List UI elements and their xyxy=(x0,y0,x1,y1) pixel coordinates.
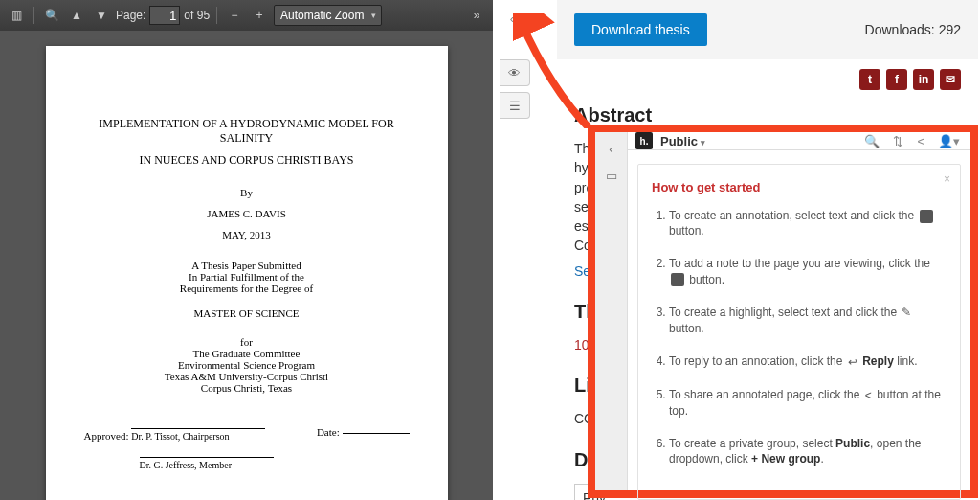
doc-c3: Texas A&M University-Corpus Christi xyxy=(84,371,410,382)
side-note-icon[interactable]: ☰ xyxy=(500,92,530,119)
hyp-sidebar: ‹ ▭ xyxy=(595,132,628,490)
find-icon[interactable]: 🔍 xyxy=(41,5,62,26)
chevron-left-icon[interactable]: ‹ xyxy=(510,11,514,31)
zoom-in-icon[interactable]: + xyxy=(249,5,270,26)
step-5: To share an annotated page, click the < … xyxy=(669,387,947,419)
pdf-page-area[interactable]: IMPLEMENTATION OF A HYDRODYNAMIC MODEL F… xyxy=(0,31,493,500)
hypothesis-logo-icon[interactable]: h. xyxy=(635,132,653,149)
sidebar-toggle-icon[interactable]: ▥ xyxy=(6,5,27,26)
sig-1: Dr. P. Tissot, Chairperson xyxy=(131,428,265,442)
reply-icon: ↩ xyxy=(848,354,858,370)
pdf-viewer: ▥ 🔍 ▲ ▼ Page: of 95 − + Automatic Zoom »… xyxy=(0,0,493,500)
doc-date: MAY, 2013 xyxy=(84,229,410,240)
doc-c4: Corpus Christi, Texas xyxy=(84,382,410,394)
hypothesis-panel: ‹ ▭ h. Public 🔍 ⇅ < 👤▾ × How to get star… xyxy=(588,125,978,498)
approved-label: Approved: xyxy=(84,430,129,442)
chevron-right-icon[interactable]: › xyxy=(518,11,522,31)
share-icons: t f in ✉ xyxy=(557,59,978,96)
date-line xyxy=(343,433,410,436)
share-icon[interactable]: < xyxy=(914,134,927,148)
twitter-icon[interactable]: t xyxy=(859,69,880,90)
search-icon[interactable]: 🔍 xyxy=(861,134,882,148)
highlight-icon: ✎ xyxy=(902,305,911,320)
doc-sub1: A Thesis Paper Submitted xyxy=(84,260,410,271)
step-2: To add a note to the page you are viewin… xyxy=(669,256,947,286)
get-started-card: × How to get started To create an annota… xyxy=(637,164,961,500)
page-number-input[interactable] xyxy=(149,6,180,25)
sig-2: Dr. G. Jeffress, Member xyxy=(140,457,274,470)
page-total: of 95 xyxy=(184,9,210,22)
page-label: Page: xyxy=(116,9,145,22)
doc-sub2: In Partial Fulfillment of the xyxy=(84,271,410,283)
doc-title-1: IMPLEMENTATION OF A HYDRODYNAMIC MODEL F… xyxy=(84,117,410,146)
facebook-icon[interactable]: f xyxy=(886,69,907,90)
date-label: Date: xyxy=(317,426,340,438)
doc-title-2: IN NUECES AND CORPUS CHRISTI BAYS xyxy=(84,153,410,168)
doc-sub3: Requirements for the Degree of xyxy=(84,283,410,294)
hyp-note-icon[interactable]: ▭ xyxy=(601,165,622,186)
step-3: To create a highlight, select text and c… xyxy=(669,305,947,336)
side-tabs: ‹ › 👁 ☰ xyxy=(500,11,532,119)
doc-for: for xyxy=(84,336,410,348)
card-title: How to get started xyxy=(652,180,947,194)
download-bar: Download thesis Downloads: 292 xyxy=(557,0,978,59)
tools-icon[interactable]: » xyxy=(466,5,487,26)
linkedin-icon[interactable]: in xyxy=(913,69,934,90)
pdf-page: IMPLEMENTATION OF A HYDRODYNAMIC MODEL F… xyxy=(46,46,448,500)
side-annotate-icon[interactable]: 👁 xyxy=(500,59,530,86)
doc-by: By xyxy=(84,187,410,198)
email-icon[interactable]: ✉ xyxy=(940,69,961,90)
download-button[interactable]: Download thesis xyxy=(574,13,707,46)
prev-page-icon[interactable]: ▲ xyxy=(66,5,87,26)
hyp-toolbar: h. Public 🔍 ⇅ < 👤▾ xyxy=(628,132,970,150)
account-icon[interactable]: 👤▾ xyxy=(935,134,963,148)
zoom-select[interactable]: Automatic Zoom xyxy=(274,5,382,26)
doc-c2: Environmental Science Program xyxy=(84,359,410,371)
step-1: To create an annotation, select text and… xyxy=(669,208,947,239)
pdf-toolbar: ▥ 🔍 ▲ ▼ Page: of 95 − + Automatic Zoom » xyxy=(0,0,493,31)
step-4: To reply to an annotation, click the ↩ R… xyxy=(669,353,947,370)
next-page-icon[interactable]: ▼ xyxy=(91,5,112,26)
doc-author: JAMES C. DAVIS xyxy=(84,208,410,219)
step-6: To create a private group, select Public… xyxy=(669,436,947,466)
annotate-icon xyxy=(920,210,933,223)
doc-degree: MASTER OF SCIENCE xyxy=(84,307,410,319)
page-note-icon xyxy=(671,273,684,286)
hyp-collapse-icon[interactable]: ‹ xyxy=(601,138,622,159)
doc-c1: The Graduate Committee xyxy=(84,348,410,359)
download-count: Downloads: 292 xyxy=(865,22,961,37)
sort-icon[interactable]: ⇅ xyxy=(890,134,906,148)
share-icon-inline: < xyxy=(865,388,872,403)
zoom-out-icon[interactable]: − xyxy=(224,5,245,26)
close-icon[interactable]: × xyxy=(944,172,950,186)
group-selector[interactable]: Public xyxy=(660,134,705,148)
